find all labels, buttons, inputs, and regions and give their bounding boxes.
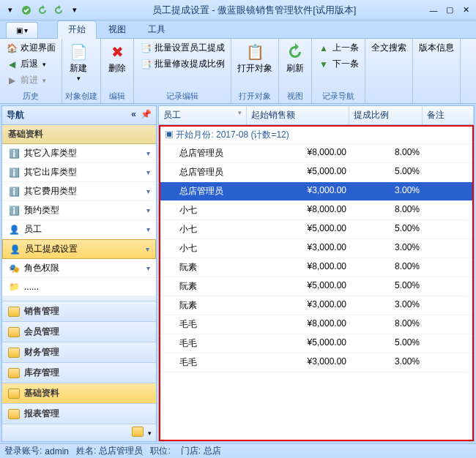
nav-group-基础资料[interactable]: 基础资料 — [2, 383, 156, 403]
batch-modify-icon: 📑 — [140, 59, 152, 70]
refresh-icon[interactable] — [35, 3, 50, 18]
new-button[interactable]: 📄 新建▾ — [65, 40, 92, 83]
user-icon: 👤 — [8, 224, 20, 236]
nav-item-员工[interactable]: 👤员工▾ — [2, 220, 156, 239]
maximize-button[interactable]: ▢ — [442, 3, 457, 18]
qat-dropdown[interactable]: ▾ — [67, 3, 82, 18]
chevron-down-icon: ▾ — [146, 245, 149, 253]
workspace: 导航 « 📌 基础资料 ℹ️其它入库类型▾ℹ️其它出库类型▾ℹ️其它费用类型▾ℹ… — [0, 104, 476, 443]
folder-icon — [8, 388, 20, 399]
nav-item-其它入库类型[interactable]: ℹ️其它入库类型▾ — [2, 144, 156, 163]
up-icon: ▲ — [318, 42, 330, 54]
close-button[interactable]: ✕ — [458, 3, 473, 18]
nav-more[interactable]: 📁...... — [2, 278, 156, 296]
delete-button[interactable]: ✖ 删除 — [104, 40, 130, 76]
batch-modify-button[interactable]: 📑批量修改提成比例 — [137, 56, 228, 72]
mask-icon: 🎭 — [8, 263, 20, 274]
nav-group-报表管理[interactable]: 报表管理 — [2, 403, 156, 424]
table-row[interactable]: 毛毛¥3,000.003.00% — [160, 353, 472, 372]
main-grid: 员工▾ 起始销售额 提成比例 备注 ▣ 开始月份: 2017-08 (计数=12… — [158, 105, 475, 442]
nav-item-预约类型[interactable]: ℹ️预约类型▾ — [2, 201, 156, 220]
chevron-down-icon: ▾ — [146, 168, 150, 176]
chevron-down-icon: ▾ — [146, 187, 150, 195]
nav-group-财务管理[interactable]: 财务管理 — [2, 342, 156, 362]
nav-item-员工提成设置[interactable]: 👤员工提成设置▾ — [2, 239, 156, 259]
statusbar: 登录账号:admin 姓名:总店管理员 职位: 门店:总店 — [0, 443, 476, 458]
open-object-button[interactable]: 📋 打开对象 — [234, 40, 275, 76]
welcome-button[interactable]: 🏠欢迎界面 — [3, 40, 59, 56]
tab-start[interactable]: 开始 — [57, 20, 97, 39]
redo-icon[interactable] — [51, 3, 66, 18]
nav-collapse-icon[interactable]: « — [131, 109, 136, 121]
open-icon: 📋 — [245, 42, 265, 62]
folder-icon — [8, 348, 20, 358]
table-row[interactable]: 毛毛¥5,000.005.00% — [160, 334, 472, 353]
nav-groups: 销售管理会员管理财务管理库存管理基础资料报表管理 — [2, 301, 156, 424]
nav-section-title[interactable]: 基础资料 — [2, 125, 156, 144]
app-menu-button[interactable]: ▣ ▾ — [6, 22, 38, 38]
user-icon: 👤 — [9, 244, 21, 255]
batch-set-button[interactable]: 📑批量设置员工提成 — [137, 40, 228, 56]
col-rate[interactable]: 提成比例 — [349, 106, 423, 124]
chevron-down-icon: ▾ — [146, 225, 150, 233]
ribbon: 🏠欢迎界面 ◀后退▾ ▶前进▾ 历史 📄 新建▾ 对象创建 ✖ 删除 编辑 📑 — [0, 38, 476, 104]
home-icon: 🏠 — [6, 42, 18, 54]
table-row[interactable]: 阮素¥8,000.008.00% — [160, 258, 472, 277]
table-row[interactable]: 总店管理员¥3,000.003.00% — [160, 182, 472, 201]
prev-record-button[interactable]: ▲上一条 — [315, 40, 362, 56]
window-controls: — ▢ ✕ — [426, 3, 473, 18]
table-row[interactable]: 小七¥5,000.005.00% — [160, 220, 472, 239]
group-label-history: 历史 — [3, 90, 59, 102]
info-icon: ℹ️ — [8, 205, 20, 217]
col-amount[interactable]: 起始销售额 — [247, 106, 349, 124]
nav-pin-icon[interactable]: 📌 — [141, 109, 152, 121]
nav-list: ℹ️其它入库类型▾ℹ️其它出库类型▾ℹ️其它费用类型▾ℹ️预约类型▾👤员工▾👤员… — [2, 144, 156, 278]
table-row[interactable]: 小七¥8,000.008.00% — [160, 201, 472, 220]
nav-item-其它出库类型[interactable]: ℹ️其它出库类型▾ — [2, 163, 156, 182]
ok-icon[interactable] — [19, 3, 34, 18]
forward-icon: ▶ — [6, 75, 18, 86]
nav-config-icon[interactable]: ▾ — [148, 429, 152, 437]
nav-item-其它费用类型[interactable]: ℹ️其它费用类型▾ — [2, 182, 156, 201]
window-title: 员工提成设置 - 傲蓝眼镜销售管理软件[试用版本] — [82, 4, 426, 17]
quick-access-toolbar: ▾ ▾ — [3, 3, 82, 18]
nav-group-销售管理[interactable]: 销售管理 — [2, 301, 156, 321]
tab-view[interactable]: 视图 — [98, 21, 136, 38]
table-row[interactable]: 小七¥3,000.003.00% — [160, 239, 472, 258]
grid-header: 员工▾ 起始销售额 提成比例 备注 — [159, 106, 474, 125]
forward-button[interactable]: ▶前进▾ — [3, 72, 59, 88]
next-record-button[interactable]: ▼下一条 — [315, 56, 362, 72]
orb-dropdown[interactable]: ▾ — [3, 3, 18, 18]
table-row[interactable]: 阮素¥3,000.003.00% — [160, 296, 472, 315]
version-info-button[interactable]: 版本信息 — [416, 40, 457, 56]
chevron-down-icon: ▾ — [146, 149, 150, 157]
table-row[interactable]: 总店管理员¥8,000.008.00% — [160, 144, 472, 163]
grid-body: ▣ 开始月份: 2017-08 (计数=12) 总店管理员¥8,000.008.… — [159, 125, 474, 441]
folder-icon[interactable] — [132, 427, 144, 439]
group-row[interactable]: ▣ 开始月份: 2017-08 (计数=12) — [160, 127, 472, 144]
fulltext-search-button[interactable]: 全文搜索 — [368, 40, 409, 56]
table-row[interactable]: 阮素¥5,000.005.00% — [160, 277, 472, 296]
ribbon-tabs: ▣ ▾ 开始 视图 工具 — [0, 20, 476, 38]
nav-group-库存管理[interactable]: 库存管理 — [2, 362, 156, 383]
back-button[interactable]: ◀后退▾ — [3, 56, 59, 72]
tab-tools[interactable]: 工具 — [138, 21, 176, 38]
refresh-icon — [285, 42, 305, 62]
nav-item-角色权限[interactable]: 🎭角色权限▾ — [2, 259, 156, 278]
chevron-down-icon: ▾ — [146, 206, 150, 214]
folder-icon — [8, 307, 20, 317]
col-remark[interactable]: 备注 — [423, 106, 474, 124]
info-icon: ℹ️ — [8, 167, 20, 179]
new-icon: 📄 — [68, 42, 89, 62]
nav-bottom: ▾ — [2, 424, 156, 441]
refresh-button[interactable]: 刷新 — [282, 40, 308, 76]
table-row[interactable]: 毛毛¥8,000.008.00% — [160, 315, 472, 334]
minimize-button[interactable]: — — [426, 3, 441, 18]
nav-group-会员管理[interactable]: 会员管理 — [2, 321, 156, 342]
nav-header: 导航 « 📌 — [2, 106, 156, 125]
titlebar: ▾ ▾ 员工提成设置 - 傲蓝眼镜销售管理软件[试用版本] — ▢ ✕ — [0, 0, 476, 20]
back-icon: ◀ — [6, 59, 18, 70]
delete-icon: ✖ — [107, 42, 127, 62]
col-employee[interactable]: 员工▾ — [159, 106, 247, 124]
table-row[interactable]: 总店管理员¥5,000.005.00% — [160, 163, 472, 182]
